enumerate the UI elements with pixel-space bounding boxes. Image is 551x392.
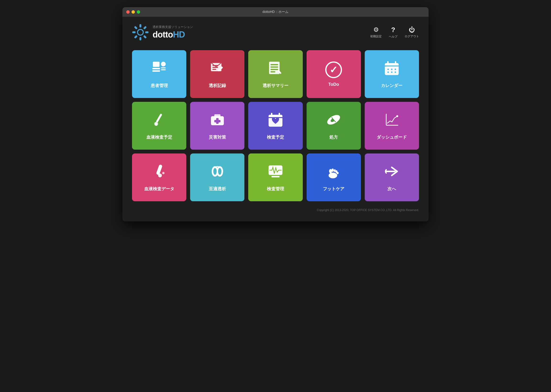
svg-rect-39 [156,113,162,123]
blood-test-schedule-label: 血液検査予定 [146,134,172,140]
logout-icon: ⏻ [409,26,415,34]
svg-point-9 [138,30,143,35]
patient-mgmt-icon [151,60,168,79]
blood-test-data-label: 血液検査データ [144,186,174,192]
svg-rect-4 [143,35,147,39]
svg-rect-43 [214,114,220,118]
svg-point-64 [218,168,221,175]
svg-point-13 [161,62,166,66]
svg-point-74 [337,172,339,174]
svg-rect-19 [212,67,218,68]
settings-icon: ⚙ [373,26,379,34]
tile-prescription[interactable]: 処方 [307,102,361,150]
optimal-dialysis-icon [209,163,226,182]
svg-rect-3 [145,31,148,33]
svg-rect-8 [134,26,138,30]
foot-care-icon [325,163,342,182]
tile-optimal-dialysis[interactable]: 至適透析 [190,154,244,201]
svg-rect-30 [387,61,389,65]
svg-point-57 [396,115,398,117]
blood-test-schedule-icon [151,111,168,131]
disaster-icon [209,111,226,131]
minimize-button[interactable] [132,10,135,14]
logout-button[interactable]: ⏻ ログアウト [405,26,419,38]
close-button[interactable] [126,10,130,14]
svg-rect-50 [268,117,283,118]
tile-blood-test-data[interactable]: 血液検査データ [132,154,186,201]
svg-rect-54 [385,113,398,126]
svg-rect-12 [152,70,160,72]
svg-rect-58 [156,164,162,175]
tile-exam-schedule[interactable]: 検査予定 [248,102,303,150]
tile-dashboard[interactable]: ダッシュボード [365,102,419,150]
svg-rect-2 [143,26,147,30]
exam-mgmt-label: 検査管理 [267,186,284,192]
prescription-label: 処方 [329,134,338,140]
svg-rect-7 [132,31,136,33]
svg-rect-41 [155,123,157,126]
svg-rect-32 [385,65,399,66]
optimal-dialysis-label: 至適透析 [209,186,226,192]
footer: Copyright (C) 2013-2020, TOP OFFICE SYST… [132,206,419,214]
exam-schedule-label: 検査予定 [267,134,284,140]
prescription-icon [325,111,342,131]
logout-label: ログアウト [405,35,419,38]
titlebar: dottoHD :: ホーム [122,7,429,17]
tile-blood-test-schedule[interactable]: 血液検査予定 [132,102,186,150]
todo-label: ToDo [328,82,339,87]
tile-patient-mgmt[interactable]: 患者管理 [132,50,186,98]
tile-next[interactable]: 次へ [365,154,419,201]
svg-rect-5 [139,37,141,40]
main-content: 透析業務支援ソリューション dottoHD ⚙ 初期設定 ? ヘルプ ⏻ ログア… [122,17,429,221]
maximize-button[interactable] [137,10,140,14]
svg-rect-68 [271,176,280,177]
exam-mgmt-icon [267,163,284,182]
svg-rect-10 [153,62,160,67]
logo-section: 透析業務支援ソリューション dottoHD [132,24,193,41]
svg-rect-31 [395,61,396,65]
svg-point-35 [395,69,396,70]
todo-check-circle [325,61,342,78]
help-icon: ? [391,26,395,34]
svg-point-37 [391,71,392,73]
patient-mgmt-label: 患者管理 [151,83,168,88]
svg-rect-29 [385,63,399,67]
tile-exam-mgmt[interactable]: 検査管理 [248,154,303,201]
tile-disaster[interactable]: 災害対策 [190,102,244,150]
settings-label: 初期設定 [370,35,382,38]
header: 透析業務支援ソリューション dottoHD ⚙ 初期設定 ? ヘルプ ⏻ ログア… [132,21,419,43]
tile-dialysis-record[interactable]: 透析記録 [190,50,244,98]
dialysis-summary-label: 透析サマリー [263,83,288,88]
svg-point-69 [329,173,337,178]
dialysis-record-icon [209,60,226,79]
window-title: dottoHD :: ホーム [263,10,289,14]
svg-point-70 [329,169,332,173]
calendar-icon [383,60,400,79]
help-button[interactable]: ? ヘルプ [389,26,397,39]
logo-title: dottoHD [153,30,193,40]
svg-rect-25 [270,69,278,70]
dialysis-summary-icon [267,60,284,79]
svg-rect-14 [161,67,166,68]
svg-rect-20 [212,69,216,70]
calendar-label: カレンダー [381,83,403,88]
logo-subtitle: 透析業務支援ソリューション [153,25,193,29]
tile-dialysis-summary[interactable]: 透析サマリー [248,50,303,98]
dialysis-record-label: 透析記録 [209,83,226,88]
svg-rect-18 [212,65,218,66]
svg-point-36 [388,71,389,73]
svg-rect-1 [139,24,141,28]
tile-foot-care[interactable]: フットケア [307,154,361,201]
svg-rect-48 [271,113,272,117]
svg-point-33 [388,69,389,70]
tile-todo[interactable]: ToDo [307,50,361,98]
settings-button[interactable]: ⚙ 初期設定 [370,26,382,38]
disaster-label: 災害対策 [209,134,226,140]
exam-schedule-icon [267,111,284,131]
header-actions: ⚙ 初期設定 ? ヘルプ ⏻ ログアウト [370,26,419,39]
svg-rect-11 [152,68,160,69]
tile-calendar[interactable]: カレンダー [365,50,419,98]
svg-rect-45 [214,120,220,122]
next-label: 次へ [388,186,396,192]
svg-point-60 [162,172,164,174]
